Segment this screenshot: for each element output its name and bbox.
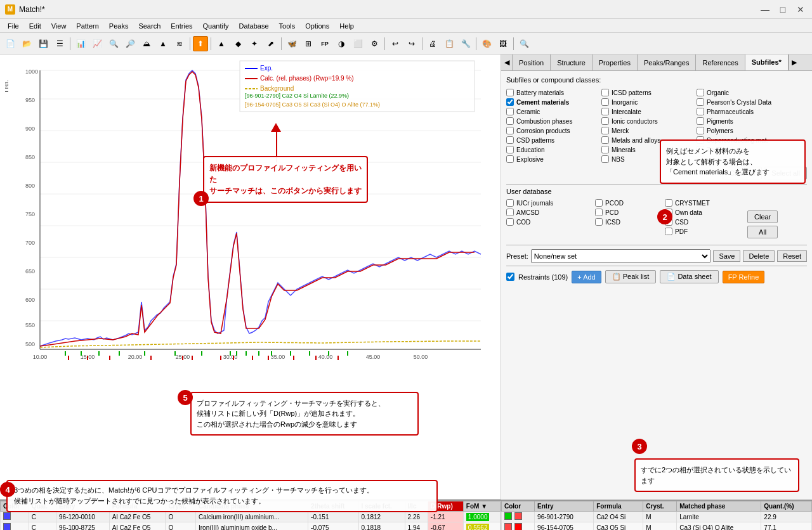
menu-help[interactable]: Help	[334, 21, 359, 31]
menu-tools[interactable]: Tools	[274, 21, 301, 31]
fp-button[interactable]: FP	[317, 36, 332, 51]
cb-combustion-input[interactable]	[506, 117, 514, 125]
cb-icsd2-input[interactable]	[595, 218, 603, 226]
zoom-button[interactable]: 🔍	[516, 36, 532, 51]
cb-csd-input[interactable]	[506, 136, 514, 144]
peak-list-button[interactable]: 📋 Peak list	[605, 270, 657, 283]
peaks-button[interactable]: ⛰	[139, 36, 154, 51]
menu-view[interactable]: View	[46, 21, 72, 31]
chart-bar-button[interactable]: 📊	[73, 36, 88, 51]
save-button[interactable]: 💾	[36, 36, 51, 51]
cb-combustion-label: Combustion phases	[516, 118, 572, 125]
butterfly-button[interactable]: 🦋	[284, 36, 299, 51]
table-row[interactable]: C 96-100-8725 Al Ca2 Fe O5 O Iron(III) a…	[1, 522, 501, 531]
cb-crystmet-input[interactable]	[665, 199, 672, 207]
cell-iic: 2.26	[405, 512, 428, 522]
menu-pattern[interactable]: Pattern	[71, 21, 103, 31]
clipboard-button[interactable]: 📋	[442, 36, 457, 51]
cb-inorganic-input[interactable]	[601, 98, 609, 106]
match2-button[interactable]: ◆	[230, 36, 246, 51]
maximize-button[interactable]: □	[776, 3, 789, 16]
export-button[interactable]: ⬜	[350, 36, 365, 51]
settings-button[interactable]: ⚙	[367, 36, 382, 51]
cb-cement-input[interactable]	[506, 98, 514, 106]
toolbar-btn-6[interactable]: ≋	[172, 36, 187, 51]
menu-file[interactable]: File	[3, 21, 24, 31]
cb-icsd-input[interactable]	[601, 89, 609, 96]
new-button[interactable]: 📄	[3, 36, 18, 51]
match-button[interactable]: ▲	[214, 36, 229, 51]
tab-subfiles[interactable]: Subfiles*	[745, 55, 789, 70]
menu-database[interactable]: Database	[233, 21, 273, 31]
cb-education-input[interactable]	[506, 146, 514, 153]
fp-refine-button[interactable]: FP Refine	[723, 271, 765, 283]
tabs-left-arrow[interactable]: ◀	[501, 55, 513, 70]
cb-metals-input[interactable]	[601, 136, 609, 144]
undo-button[interactable]: ↩	[388, 36, 403, 51]
cb-polymers-input[interactable]	[697, 127, 704, 134]
restraints-checkbox[interactable]	[506, 273, 514, 281]
search-match-button[interactable]: ⬆	[193, 36, 208, 51]
close-button[interactable]: ✕	[794, 3, 807, 16]
menu-search[interactable]: Search	[133, 21, 166, 31]
menu-quantify[interactable]: Quantify	[198, 21, 234, 31]
peaks2-button[interactable]: ▲	[155, 36, 171, 51]
menu-options[interactable]: Options	[300, 21, 334, 31]
open-button[interactable]: 📂	[19, 36, 34, 51]
cb-battery-input[interactable]	[506, 89, 514, 96]
tab-structure[interactable]: Structure	[551, 55, 593, 70]
cb-pcod-input[interactable]	[595, 199, 603, 207]
list-button[interactable]: ☰	[52, 36, 67, 51]
tab-references[interactable]: References	[696, 55, 745, 70]
cb-ceramic-input[interactable]	[506, 108, 514, 115]
preset-save-button[interactable]: Save	[713, 250, 740, 262]
chart-line-button[interactable]: 📈	[89, 36, 105, 51]
cb-pdf2-input[interactable]	[665, 228, 672, 235]
tab-properties[interactable]: Properties	[593, 55, 638, 70]
menu-entries[interactable]: Entries	[166, 21, 197, 31]
preset-select[interactable]: None/new set	[531, 249, 711, 263]
preset-reset-button[interactable]: Reset	[777, 250, 807, 262]
zoom-in-button[interactable]: 🔍	[106, 36, 121, 51]
menu-peaks[interactable]: Peaks	[104, 21, 134, 31]
cb-organic-input[interactable]	[697, 89, 704, 96]
cb-ionic-input[interactable]	[601, 117, 609, 125]
table-row[interactable]: 96-901-2790 Ca2 O4 Si M Larnite 22.9	[502, 512, 812, 522]
image-button[interactable]: 🖼	[495, 36, 511, 51]
wrench-button[interactable]: 🔧	[458, 36, 473, 51]
cb-minerals-input[interactable]	[601, 146, 609, 153]
match3-button[interactable]: ✦	[247, 36, 262, 51]
redo-button[interactable]: ↪	[404, 36, 419, 51]
cb-amcsd-input[interactable]	[506, 209, 514, 216]
print-button[interactable]: 🖨	[425, 36, 440, 51]
data-sheet-button[interactable]: 📄 Data sheet	[660, 270, 718, 283]
add-button[interactable]: + Add	[572, 271, 601, 283]
tab-position[interactable]: Position	[513, 55, 551, 70]
pie-button[interactable]: ◑	[334, 36, 349, 51]
table-row[interactable]: 96-154-0705 Ca3 O5 Si M Ca3 (Si O4) O Al…	[502, 522, 812, 531]
cb-merck-input[interactable]	[601, 127, 609, 134]
match4-button[interactable]: ⬈	[263, 36, 278, 51]
preset-delete-button[interactable]: Delete	[743, 250, 775, 262]
table-row[interactable]: C 96-120-0010 Al Ca2 Fe O5 O Calcium iro…	[1, 512, 501, 522]
cb-corrosion-input[interactable]	[506, 127, 514, 134]
cb-intercalate-input[interactable]	[601, 108, 609, 115]
user-db-all-button[interactable]: All	[747, 226, 778, 238]
chart-area[interactable]: I rel. 1000 950 900 850 800 750 700 650 …	[0, 55, 501, 500]
grid-button[interactable]: ⊞	[301, 36, 316, 51]
cb-pcd-input[interactable]	[595, 209, 603, 216]
zoom-out-button[interactable]: 🔎	[122, 36, 138, 51]
cb-nbs-input[interactable]	[601, 155, 609, 163]
color-button[interactable]: 🎨	[479, 36, 494, 51]
menu-edit[interactable]: Edit	[24, 21, 46, 31]
cb-explosive-input[interactable]	[506, 155, 514, 163]
tabs-right-arrow[interactable]: ▶	[789, 55, 800, 70]
cb-cod-input[interactable]	[506, 218, 514, 226]
cb-pearsons-input[interactable]	[697, 98, 704, 106]
cb-pharma-input[interactable]	[697, 108, 704, 115]
user-db-clear-button[interactable]: Clear	[747, 210, 778, 223]
tab-peaks-ranges[interactable]: Peaks/Ranges	[638, 55, 697, 70]
cb-pigments-input[interactable]	[697, 117, 704, 125]
cb-iucr-input[interactable]	[506, 199, 514, 207]
minimize-button[interactable]: —	[759, 3, 771, 16]
